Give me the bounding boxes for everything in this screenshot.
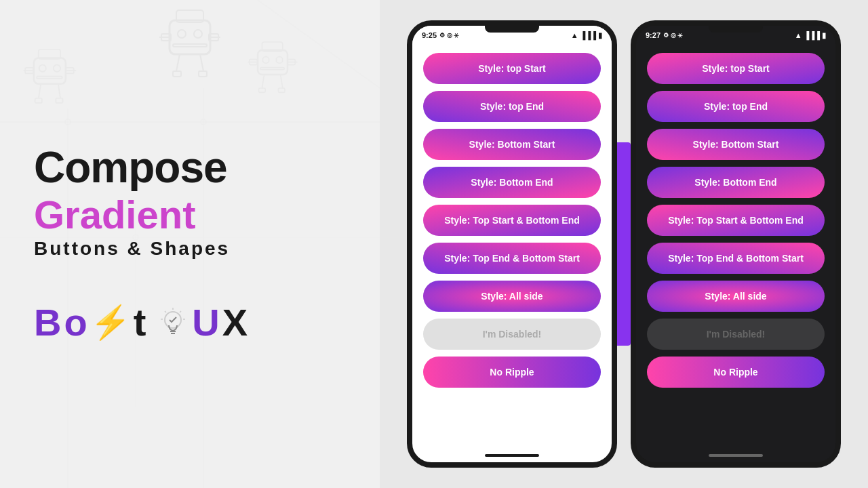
svg-rect-13 xyxy=(34,58,66,84)
svg-point-42 xyxy=(65,119,71,125)
svg-point-16 xyxy=(54,65,60,72)
svg-line-52 xyxy=(180,311,181,312)
gradient-button-0[interactable]: Style: top Start xyxy=(423,53,601,84)
home-indicator-dark xyxy=(709,454,763,457)
battery-icon-dark: ▮ xyxy=(822,31,826,40)
phone-light: 9:25 ⚙ ◎ ⚹ ▲ ▐▐▐ ▮ Style: top StartStyle… xyxy=(407,20,617,468)
signal-icon: ▐▐▐ xyxy=(580,31,596,39)
svg-rect-37 xyxy=(259,88,266,92)
gradient-button-4[interactable]: Style: Top Start & Bottom End xyxy=(647,205,825,236)
svg-rect-25 xyxy=(56,98,62,103)
svg-rect-30 xyxy=(260,68,284,70)
phone-content-dark: Style: top StartStyle: top EndStyle: Bot… xyxy=(636,45,835,449)
gradient-button-6[interactable]: Style: All side xyxy=(423,281,601,312)
battery-icon: ▮ xyxy=(598,31,602,40)
status-icons-light: ▲ ▐▐▐ ▮ xyxy=(571,31,602,40)
gradient-button-8[interactable]: No Ripple xyxy=(423,357,601,388)
logo-b-letter: B xyxy=(34,300,61,344)
lightning-bolt-icon: ⚡ xyxy=(90,304,131,342)
status-time-dark: 9:27 ⚙ ◎ ⚹ xyxy=(646,31,683,39)
gradient-button-7[interactable]: I'm Disabled! xyxy=(647,319,825,350)
right-area: 9:25 ⚙ ◎ ⚹ ▲ ▐▐▐ ▮ Style: top StartStyle… xyxy=(380,0,868,488)
svg-point-28 xyxy=(262,57,269,64)
svg-rect-0 xyxy=(170,20,210,54)
svg-rect-4 xyxy=(173,44,207,47)
svg-point-3 xyxy=(194,30,202,38)
gradient-button-4[interactable]: Style: Top Start & Bottom End xyxy=(423,205,601,236)
svg-rect-20 xyxy=(25,68,33,74)
svg-rect-21 xyxy=(66,68,74,74)
svg-rect-38 xyxy=(278,88,285,92)
gradient-button-2[interactable]: Style: Bottom Start xyxy=(647,129,825,160)
bulb-icon xyxy=(157,306,189,339)
title-gradient: Gradient xyxy=(34,191,346,239)
notch-dark xyxy=(709,26,763,33)
svg-rect-7 xyxy=(161,34,171,41)
svg-point-43 xyxy=(201,119,206,125)
gradient-button-5[interactable]: Style: Top End & Bottom Start xyxy=(647,243,825,274)
gradient-button-8[interactable]: No Ripple xyxy=(647,357,825,388)
notch-light xyxy=(485,26,539,33)
svg-line-22 xyxy=(39,84,41,98)
svg-line-54 xyxy=(165,311,166,312)
svg-rect-12 xyxy=(199,71,207,77)
logo-u-letter: U xyxy=(192,300,219,344)
svg-line-9 xyxy=(176,54,180,71)
gradient-button-5[interactable]: Style: Top End & Bottom Start xyxy=(423,243,601,274)
logo-t-letter: t xyxy=(134,300,146,344)
svg-rect-27 xyxy=(262,42,282,52)
settings-icons-light: ⚙ ◎ ⚹ xyxy=(439,32,459,39)
wifi-icon-dark: ▲ xyxy=(795,31,802,39)
title-sub: Buttons & Shapes xyxy=(34,238,346,260)
svg-rect-17 xyxy=(37,77,62,79)
gradient-button-1[interactable]: Style: top End xyxy=(647,91,825,122)
logo-o-letter: o xyxy=(64,300,87,344)
phone-bottom-bar-dark xyxy=(636,449,835,462)
svg-rect-24 xyxy=(35,98,42,103)
svg-line-23 xyxy=(58,84,60,98)
svg-rect-11 xyxy=(173,71,181,77)
settings-icons-dark: ⚙ ◎ ⚹ xyxy=(663,32,683,39)
svg-rect-34 xyxy=(288,60,295,65)
signal-icon-dark: ▐▐▐ xyxy=(804,31,820,39)
gradient-button-0[interactable]: Style: top Start xyxy=(647,53,825,84)
gradient-button-2[interactable]: Style: Bottom Start xyxy=(423,129,601,160)
gradient-button-3[interactable]: Style: Bottom End xyxy=(647,167,825,198)
left-panel: Compose Gradient Buttons & Shapes B o ⚡ … xyxy=(0,0,380,488)
svg-rect-26 xyxy=(258,50,288,75)
svg-rect-33 xyxy=(250,60,257,65)
phone-dark: 9:27 ⚙ ◎ ⚹ ▲ ▐▐▐ ▮ Style: top StartStyle… xyxy=(631,20,841,468)
status-icons-dark: ▲ ▐▐▐ ▮ xyxy=(795,31,826,40)
status-time-light: 9:25 ⚙ ◎ ⚹ xyxy=(422,31,459,39)
svg-rect-1 xyxy=(176,10,203,22)
gradient-button-1[interactable]: Style: top End xyxy=(423,91,601,122)
gradient-button-6[interactable]: Style: All side xyxy=(647,281,825,312)
home-indicator-light xyxy=(485,454,539,457)
svg-point-2 xyxy=(178,30,186,38)
svg-point-29 xyxy=(276,57,283,64)
svg-point-15 xyxy=(39,65,46,72)
phone-content-light: Style: top StartStyle: top EndStyle: Bot… xyxy=(412,45,612,449)
svg-line-35 xyxy=(262,75,264,88)
gradient-button-3[interactable]: Style: Bottom End xyxy=(423,167,601,198)
wifi-icon: ▲ xyxy=(571,31,578,39)
logo-x-letter: X xyxy=(222,300,248,344)
left-content: Compose Gradient Buttons & Shapes B o ⚡ … xyxy=(34,144,346,345)
svg-rect-8 xyxy=(209,34,218,41)
svg-rect-14 xyxy=(39,49,60,59)
svg-line-10 xyxy=(200,54,203,71)
phone-bottom-bar-light xyxy=(412,449,612,462)
svg-line-36 xyxy=(281,75,283,88)
gradient-button-7[interactable]: I'm Disabled! xyxy=(423,319,601,350)
title-compose: Compose xyxy=(34,144,346,191)
logo-area: B o ⚡ t U X xyxy=(34,300,346,344)
svg-line-47 xyxy=(258,0,380,88)
